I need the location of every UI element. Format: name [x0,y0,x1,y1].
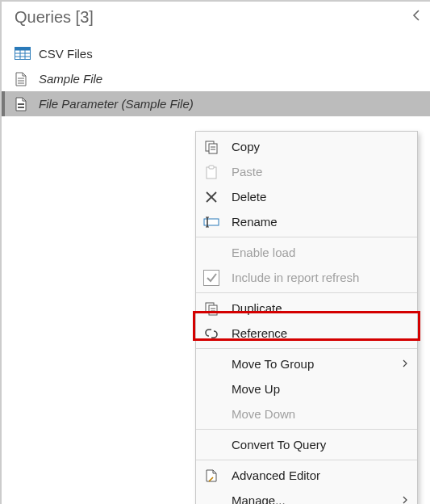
svg-rect-1 [15,47,31,50]
svg-rect-9 [18,103,24,105]
advanced-editor-icon [202,467,220,485]
menu-reference[interactable]: Reference [196,321,417,346]
svg-rect-10 [18,107,24,108]
menu-convert-to-query[interactable]: Convert To Query [196,432,417,457]
menu-label: Reference [232,326,407,340]
parameter-icon [15,97,31,111]
blank-icon [202,380,220,398]
menu-paste: Paste [196,159,417,184]
menu-label: Delete [232,190,407,204]
menu-enable-load: Enable load [196,240,417,265]
table-icon [15,47,31,61]
duplicate-icon [202,300,220,317]
rename-icon [202,213,220,231]
menu-separator [196,460,417,460]
menu-duplicate[interactable]: Duplicate [196,296,417,321]
menu-separator [196,348,417,349]
blank-icon [202,436,220,454]
copy-icon [202,138,220,156]
query-item-label: Sample File [39,72,102,86]
svg-rect-12 [209,144,217,153]
menu-separator [196,429,417,430]
menu-rename[interactable]: Rename [196,209,417,234]
menu-manage[interactable]: Manage... [196,488,417,504]
menu-label: Duplicate [232,301,407,315]
delete-icon [202,188,220,206]
blank-icon [202,244,220,262]
menu-label: Move Down [232,407,407,421]
query-item-file-parameter[interactable]: File Parameter (Sample File) [2,91,430,116]
paste-icon [202,163,220,181]
svg-rect-24 [209,305,217,315]
menu-label: Include in report refresh [232,271,407,284]
menu-include-report-refresh: Include in report refresh [196,265,417,290]
svg-rect-16 [209,166,214,169]
document-icon [15,72,31,86]
menu-label: Copy [232,140,407,153]
menu-separator [196,237,417,237]
blank-icon [202,355,220,373]
menu-label: Move Up [232,382,407,396]
menu-label: Rename [232,215,407,229]
query-item-csv-files[interactable]: CSV Files [2,41,430,66]
menu-label: Move To Group [232,357,403,371]
menu-move-down: Move Down [196,401,417,426]
menu-move-to-group[interactable]: Move To Group [196,351,417,376]
query-list: CSV Files Sample File [2,41,430,116]
checkbox-checked-icon [202,269,220,287]
menu-label: Paste [232,165,407,178]
queries-panel-title: Queries [3] [15,8,94,27]
menu-copy[interactable]: Copy [196,134,417,159]
submenu-arrow-icon [403,495,407,505]
query-item-label: CSV Files [39,47,93,61]
menu-delete[interactable]: Delete [196,184,417,209]
menu-move-up[interactable]: Move Up [196,376,417,401]
menu-label: Enable load [232,246,407,259]
menu-separator [196,292,417,293]
query-item-sample-file[interactable]: Sample File [2,66,430,91]
blank-icon [202,492,220,505]
submenu-arrow-icon [403,359,407,370]
menu-label: Manage... [232,494,403,504]
menu-label: Advanced Editor [232,468,407,482]
query-item-label: File Parameter (Sample File) [39,97,194,111]
collapse-panel-icon[interactable] [412,9,422,26]
queries-panel-header: Queries [3] [2,2,430,33]
menu-advanced-editor[interactable]: Advanced Editor [196,463,417,488]
blank-icon [202,405,220,423]
svg-rect-19 [204,219,219,225]
reference-icon [202,325,220,342]
context-menu: Copy Paste Delete [195,131,418,504]
menu-label: Convert To Query [232,438,407,452]
